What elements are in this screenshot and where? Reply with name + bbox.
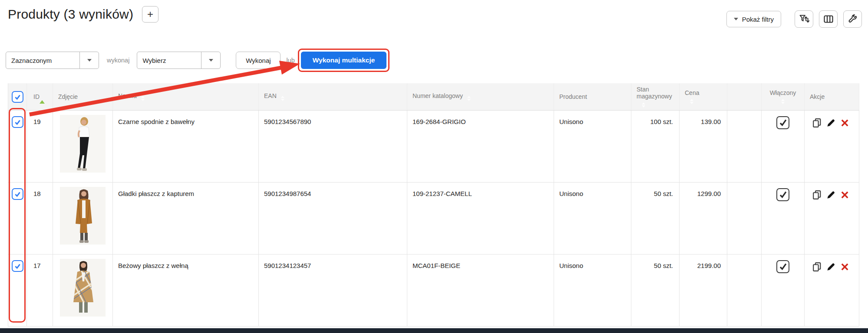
filter-sort-button[interactable] bbox=[795, 10, 813, 28]
column-header-actions: Akcje bbox=[805, 83, 859, 111]
cell-name: Czarne spodnie z bawełny bbox=[113, 111, 259, 183]
column-header-name[interactable]: Nazwa bbox=[113, 83, 259, 111]
cell-ean: 5901234567890 bbox=[259, 111, 407, 183]
column-header-photo: Zdjęcie bbox=[53, 83, 113, 111]
columns-button[interactable] bbox=[819, 10, 838, 28]
product-photo[interactable] bbox=[60, 259, 106, 317]
column-header-ean[interactable]: EAN bbox=[259, 83, 407, 111]
table-row: 18 Gładki bbox=[8, 183, 859, 255]
lub-label: lub bbox=[286, 57, 294, 64]
action-select[interactable]: Wybierz bbox=[137, 52, 221, 69]
sort-icon[interactable] bbox=[642, 102, 674, 108]
chevron-down-icon bbox=[87, 59, 92, 62]
sort-icon[interactable] bbox=[690, 99, 722, 104]
enabled-checkbox[interactable] bbox=[776, 260, 789, 273]
edit-pencil-icon[interactable] bbox=[825, 261, 836, 272]
cell-stock: 50 szt. bbox=[631, 183, 680, 255]
cell-name: Gładki płaszcz z kapturem bbox=[113, 183, 259, 255]
cell-photo bbox=[53, 111, 113, 183]
sort-icon[interactable] bbox=[281, 96, 284, 101]
cell-id: 18 bbox=[27, 183, 53, 255]
sort-icon[interactable] bbox=[781, 99, 785, 104]
sort-icon[interactable] bbox=[141, 96, 145, 101]
action-select-value: Wybierz bbox=[137, 52, 201, 69]
duplicate-icon[interactable] bbox=[811, 117, 822, 128]
cell-name: Beżowy płaszcz z wełną bbox=[113, 255, 259, 326]
enabled-checkbox[interactable] bbox=[776, 188, 789, 201]
show-filters-label: Pokaż filtry bbox=[742, 16, 774, 23]
column-header-spacer bbox=[727, 83, 762, 111]
cell-price: 2199.00 bbox=[680, 255, 727, 326]
sort-icon[interactable] bbox=[467, 96, 471, 101]
column-header-stock[interactable]: Stan magazynowy bbox=[631, 83, 680, 111]
cell-catalog-number: 109-21237-CAMELL bbox=[407, 183, 554, 255]
cell-producer: Unisono bbox=[554, 255, 631, 326]
filter-sort-icon bbox=[799, 13, 810, 25]
cell-ean: 5901234123457 bbox=[259, 255, 407, 326]
row-checkbox[interactable] bbox=[12, 116, 23, 128]
duplicate-icon[interactable] bbox=[811, 261, 822, 272]
product-photo[interactable] bbox=[60, 115, 106, 173]
delete-x-icon[interactable] bbox=[839, 189, 850, 200]
action-select-arrow[interactable] bbox=[201, 52, 220, 69]
cell-actions bbox=[805, 183, 859, 255]
cell-price: 139.00 bbox=[680, 111, 727, 183]
cell-spacer bbox=[727, 255, 762, 326]
cell-enabled bbox=[762, 111, 805, 183]
column-header-enabled[interactable]: Włączony bbox=[762, 83, 805, 111]
wrench-icon bbox=[847, 14, 858, 25]
columns-icon bbox=[823, 13, 834, 25]
title-row: Produkty (3 wyników) + bbox=[8, 6, 158, 23]
edit-pencil-icon[interactable] bbox=[825, 117, 836, 128]
table-row: 19 Czarne spodnie z bawełny 59 bbox=[8, 111, 859, 183]
column-header-price[interactable]: Cena bbox=[680, 83, 727, 111]
row-checkbox[interactable] bbox=[12, 260, 23, 272]
row-checkbox[interactable] bbox=[12, 188, 23, 200]
cell-enabled bbox=[762, 183, 805, 255]
cell-id: 17 bbox=[27, 255, 53, 326]
scope-select-value: Zaznaczonym bbox=[6, 52, 79, 69]
cell-actions bbox=[805, 111, 859, 183]
wykonaj-label: wykonaj bbox=[107, 57, 129, 64]
column-header-producer: Producent bbox=[554, 83, 631, 111]
cell-photo bbox=[53, 255, 113, 326]
page-title: Produkty (3 wyników) bbox=[8, 7, 133, 22]
cell-actions bbox=[805, 255, 859, 326]
cell-catalog-number: MCA01F-BEIGE bbox=[407, 255, 554, 326]
table-header-row: ID Zdjęcie Nazwa EAN Numer katalogowy Pr… bbox=[8, 83, 859, 111]
cell-catalog-number: 169-2684-GRIGIO bbox=[407, 111, 554, 183]
row-select-cell bbox=[8, 111, 27, 183]
multiactions-button[interactable]: Wykonaj multiakcje bbox=[301, 52, 387, 69]
delete-x-icon[interactable] bbox=[839, 261, 850, 272]
cell-stock: 50 szt. bbox=[631, 255, 680, 326]
plus-icon: + bbox=[147, 9, 153, 20]
product-photo[interactable] bbox=[60, 187, 106, 245]
chevron-down-icon bbox=[734, 18, 738, 20]
sort-asc-icon[interactable] bbox=[40, 93, 45, 104]
toolbar-right: Pokaż filtry bbox=[726, 10, 862, 28]
scope-select[interactable]: Zaznaczonym bbox=[6, 52, 99, 69]
add-product-button[interactable]: + bbox=[142, 6, 158, 23]
annotation-button-highlight-box: Wykonaj multiakcje bbox=[298, 49, 390, 72]
settings-button[interactable] bbox=[843, 10, 862, 28]
cell-ean: 5901234987654 bbox=[259, 183, 407, 255]
cell-producer: Unisono bbox=[554, 183, 631, 255]
delete-x-icon[interactable] bbox=[839, 117, 850, 128]
execute-button[interactable]: Wykonaj bbox=[236, 52, 281, 69]
chevron-down-icon bbox=[209, 59, 213, 62]
cell-producer: Unisono bbox=[554, 111, 631, 183]
enabled-checkbox[interactable] bbox=[776, 116, 789, 129]
column-header-id[interactable]: ID bbox=[27, 83, 53, 111]
cell-spacer bbox=[727, 111, 762, 183]
show-filters-button[interactable]: Pokaż filtry bbox=[726, 11, 781, 27]
header-select-all-cell bbox=[8, 83, 27, 111]
bottom-bar bbox=[0, 328, 868, 333]
edit-pencil-icon[interactable] bbox=[825, 189, 836, 200]
scope-select-arrow[interactable] bbox=[79, 52, 99, 69]
cell-price: 1299.00 bbox=[680, 183, 727, 255]
duplicate-icon[interactable] bbox=[811, 189, 822, 200]
column-header-catalog-number[interactable]: Numer katalogowy bbox=[407, 83, 554, 111]
cell-spacer bbox=[727, 183, 762, 255]
row-select-cell bbox=[8, 183, 27, 255]
select-all-checkbox[interactable] bbox=[12, 91, 23, 103]
